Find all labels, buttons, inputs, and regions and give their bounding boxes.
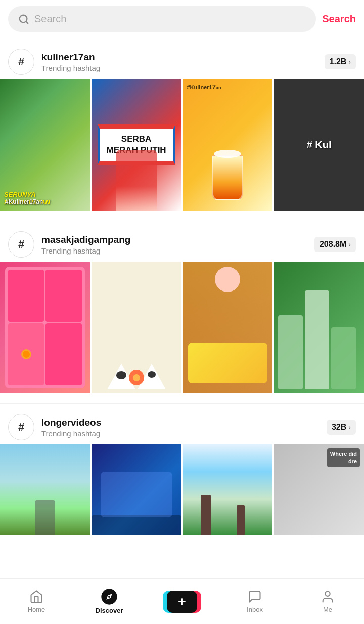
nav-item-home[interactable]: Home: [16, 590, 57, 613]
grid-image-k3[interactable]: #Kuliner17an: [183, 79, 273, 211]
trending-section-longervideos: # longervideos Trending hashtag 32B ›: [0, 404, 364, 546]
hashtag-header-masakjadi[interactable]: # masakjadigampang Trending hashtag 208.…: [0, 221, 364, 262]
count-value-kuliner17an: 1.2B: [330, 57, 347, 66]
hashtag-name-masakjadi: masakjadigampang: [41, 234, 307, 245]
count-value-longervideos: 32B: [332, 423, 346, 432]
grid-image-l3[interactable]: [183, 444, 273, 535]
bottom-nav: Home Discover + Inbox Me: [0, 578, 364, 624]
image-grid-masakjadi: [0, 262, 364, 393]
search-placeholder: Search: [34, 13, 66, 25]
hashtag-info-masakjadi: masakjadigampang Trending hashtag: [41, 234, 307, 255]
discover-icon: [101, 589, 117, 605]
hashtag-name-longervideos: longervideos: [41, 417, 320, 428]
hashtag-icon-kuliner17an: #: [8, 49, 34, 75]
search-bar: Search Search: [0, 0, 364, 38]
inbox-icon: [248, 590, 262, 604]
grid-image-l4[interactable]: Where diddre: [274, 444, 364, 535]
home-icon: [29, 590, 43, 604]
me-icon: [321, 590, 335, 604]
hashtag-count-kuliner17an[interactable]: 1.2B ›: [325, 54, 356, 69]
count-value-masakjadi: 208.8M: [320, 240, 346, 249]
svg-point-3: [108, 596, 110, 598]
hashtag-icon-longervideos: #: [8, 414, 34, 440]
nav-label-home: Home: [28, 606, 46, 613]
hashtag-sub-masakjadi: Trending hashtag: [41, 246, 307, 255]
chevron-icon-kuliner17an: ›: [348, 58, 351, 66]
nav-item-inbox[interactable]: Inbox: [235, 590, 275, 613]
grid-image-l2[interactable]: [92, 444, 181, 535]
add-button[interactable]: +: [165, 589, 199, 614]
grid-image-m3[interactable]: [183, 262, 273, 393]
hashtag-info-longervideos: longervideos Trending hashtag: [41, 417, 320, 438]
grid-image-m2[interactable]: [92, 262, 181, 393]
where-did-text: Where diddre: [327, 448, 360, 467]
grid-image-m4[interactable]: [274, 262, 364, 393]
nav-item-discover[interactable]: Discover: [89, 589, 129, 614]
search-button[interactable]: Search: [322, 13, 356, 25]
chevron-icon-masakjadi: ›: [348, 240, 351, 248]
image-grid-kuliner17an: SERUNYAKULINER17AN #Kuliner17an SERBAMER…: [0, 79, 364, 211]
hashtag-info-kuliner17an: kuliner17an Trending hashtag: [41, 52, 317, 72]
grid-image-k4[interactable]: # Kul: [274, 79, 364, 211]
svg-line-1: [26, 21, 28, 23]
hashtag-header-longervideos[interactable]: # longervideos Trending hashtag 32B ›: [0, 404, 364, 444]
grid-image-k1[interactable]: SERUNYAKULINER17AN #Kuliner17an: [0, 79, 90, 211]
svg-point-4: [325, 592, 330, 596]
trending-section-kuliner17an: # kuliner17an Trending hashtag 1.2B › SE…: [0, 38, 364, 221]
hashtag-count-masakjadi[interactable]: 208.8M ›: [314, 237, 356, 252]
nav-item-me[interactable]: Me: [307, 590, 348, 613]
grid-image-k2[interactable]: SERBAMERAH PUTIH: [92, 79, 181, 211]
hashtag-sub-kuliner17an: Trending hashtag: [41, 64, 317, 72]
nav-label-me: Me: [323, 606, 332, 613]
hashtag-header-kuliner17an[interactable]: # kuliner17an Trending hashtag 1.2B ›: [0, 38, 364, 79]
trending-section-masakjadigampang: # masakjadigampang Trending hashtag 208.…: [0, 221, 364, 404]
chevron-icon-longervideos: ›: [348, 423, 351, 431]
search-input-wrapper[interactable]: Search: [8, 6, 316, 32]
grid-image-l1[interactable]: [0, 444, 90, 535]
nav-label-inbox: Inbox: [247, 606, 263, 613]
hashtag-name-kuliner17an: kuliner17an: [41, 52, 317, 63]
add-plus-icon: +: [178, 594, 186, 610]
hashtag-count-longervideos[interactable]: 32B ›: [327, 420, 356, 435]
nav-label-discover: Discover: [96, 607, 123, 614]
hashtag-icon-masakjadi: #: [8, 231, 34, 258]
image-grid-longervideos: Where diddre: [0, 444, 364, 535]
search-icon: [18, 14, 29, 25]
hashtag-sub-longervideos: Trending hashtag: [41, 429, 320, 438]
main-content: Search Search # kuliner17an Trending has…: [0, 0, 364, 591]
grid-image-m1[interactable]: [0, 262, 90, 393]
nav-item-add[interactable]: +: [162, 589, 202, 614]
